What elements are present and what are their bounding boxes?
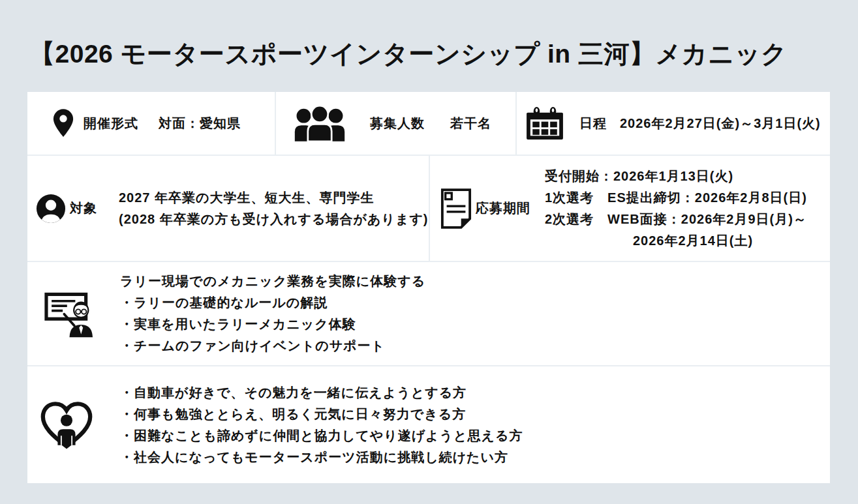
application-line: 受付開始：2026年1月13日(火) [545,166,807,187]
program-line: ・実車を用いたラリーメカニック体験 [120,314,425,335]
page-title: 【2026 モータースポーツインターンシップ in 三河】メカニック [29,37,787,72]
candidates-line: ・困難なことも諦めずに仲間と協力してやり遂げようと思える方 [120,425,523,447]
schedule-label: 日程 [579,115,608,132]
format-label: 開催形式 [84,115,138,132]
program-line: ラリー現場でのメカニック業務を実際に体験する [120,271,425,292]
target-line: (2028 年卒業の方も受け入れする場合があります) [119,209,429,230]
calendar-icon [526,106,564,140]
candidates-line: ・社会人になってもモータースポーツ活動に挑戦し続けたい方 [120,447,523,468]
application-lines: 受付開始：2026年1月13日(火) 1次選考 ES提出締切：2026年2月8日… [545,166,807,252]
program-cell: ラリー現場でのメカニック業務を実際に体験する ・ラリーの基礎的なルールの解説 ・… [27,262,830,365]
application-line: 2次選考 WEB面接：2026年2月9日(月)～ [545,209,807,230]
row-basic-info: 開催形式 対面：愛知県 募集人数 若干名 [27,92,830,155]
row-target-application: 対象 2027 年卒業の大学生、短大生、専門学生 (2028 年卒業の方も受け入… [27,156,830,261]
candidates-line: ・何事も勉強ととらえ、明るく元気に日々努力できる方 [120,404,523,425]
capacity-cell: 募集人数 若干名 [276,92,515,155]
target-label: 対象 [70,200,119,217]
schedule-value: 2026年2月27日(金)～3月1日(火) [620,115,821,132]
document-icon [440,188,472,229]
target-cell: 対象 2027 年卒業の大学生、短大生、専門学生 (2028 年卒業の方も受け入… [27,156,429,261]
heart-person-icon [39,400,94,450]
people-group-icon [294,106,346,141]
presentation-icon [44,286,93,341]
candidates-cell: ・自動車が好きで、その魅力を一緒に伝えようとする方 ・何事も勉強ととらえ、明るく… [27,366,830,483]
target-line: 2027 年卒業の大学生、短大生、専門学生 [119,187,429,209]
program-lines: ラリー現場でのメカニック業務を実際に体験する ・ラリーの基礎的なルールの解説 ・… [120,271,425,357]
schedule-cell: 日程 2026年2月27日(金)～3月1日(火) [517,92,830,155]
application-cell: 応募期間 受付開始：2026年1月13日(火) 1次選考 ES提出締切：2026… [430,156,830,261]
info-table: 開催形式 対面：愛知県 募集人数 若干名 [27,92,830,483]
format-value: 対面：愛知県 [159,115,241,132]
format-cell: 開催形式 対面：愛知県 [27,92,275,155]
application-label: 応募期間 [476,200,545,217]
person-avatar-icon [36,194,66,224]
application-line: 1次選考 ES提出締切：2026年2月8日(日) [545,187,807,209]
candidates-line: ・自動車が好きで、その魅力を一緒に伝えようとする方 [120,382,523,404]
row-candidates: ・自動車が好きで、その魅力を一緒に伝えようとする方 ・何事も勉強ととらえ、明るく… [27,366,830,483]
row-program: ラリー現場でのメカニック業務を実際に体験する ・ラリーの基礎的なルールの解説 ・… [27,262,830,365]
capacity-label: 募集人数 [370,115,425,132]
program-line: ・チームのファン向けイベントのサポート [120,335,425,357]
location-pin-icon [52,108,74,138]
application-line: 2026年2月14日(土) [545,230,807,252]
program-line: ・ラリーの基礎的なルールの解説 [120,292,425,314]
target-lines: 2027 年卒業の大学生、短大生、専門学生 (2028 年卒業の方も受け入れする… [119,187,429,230]
capacity-value: 若干名 [450,115,491,132]
candidates-lines: ・自動車が好きで、その魅力を一緒に伝えようとする方 ・何事も勉強ととらえ、明るく… [120,382,523,468]
